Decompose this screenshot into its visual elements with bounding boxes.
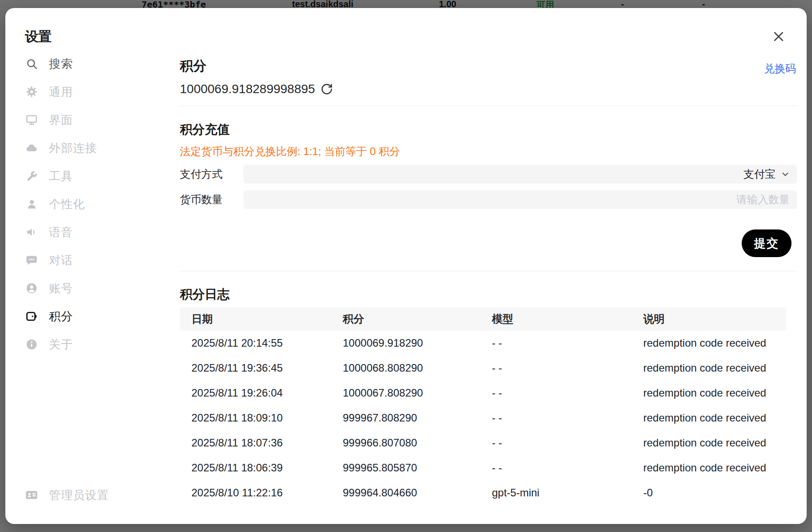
search-icon — [25, 57, 38, 70]
cell-points: 999966.807080 — [331, 437, 480, 449]
sidebar-item-about[interactable]: 关于 — [25, 335, 158, 354]
account-icon — [25, 282, 38, 295]
points-balance-row: 1000069.918289998895 — [180, 82, 334, 96]
sidebar-item-connections[interactable]: 外部连接 — [25, 139, 158, 157]
column-header-date: 日期 — [180, 312, 331, 326]
sidebar-item-voice[interactable]: 语音 — [25, 223, 158, 241]
table-row: 2025/8/11 18:07:36 999966.807080 - - red… — [180, 430, 786, 455]
cell-model: - - — [480, 337, 632, 349]
payment-method-select[interactable]: 支付宝 — [244, 165, 797, 184]
sidebar-item-label: 界面 — [49, 112, 73, 128]
sidebar-item-label: 语音 — [49, 225, 73, 240]
divider — [180, 271, 797, 271]
sidebar-item-label: 外部连接 — [49, 140, 97, 156]
column-header-points: 积分 — [331, 312, 480, 326]
cell-model: - - — [480, 462, 632, 474]
redeem-code-link[interactable]: 兑换码 — [764, 61, 796, 76]
cell-description: redemption code received — [632, 462, 786, 474]
points-heading: 积分 — [180, 57, 207, 75]
wrench-icon — [25, 169, 38, 183]
cell-date: 2025/8/11 18:07:36 — [180, 437, 331, 449]
sidebar-item-points[interactable]: 积分 — [25, 307, 158, 326]
column-header-model: 模型 — [480, 312, 632, 326]
points-log-heading: 积分日志 — [180, 286, 230, 303]
settings-modal: 设置 搜索 — [5, 8, 807, 524]
sidebar-item-admin-settings[interactable]: 管理员设置 — [25, 486, 109, 504]
table-row: 2025/8/11 19:26:04 1000067.808290 - - re… — [180, 381, 786, 405]
exchange-rate-notice: 法定货币与积分兑换比例: 1:1; 当前等于 0 积分 — [180, 144, 400, 159]
page: 7e61****3bfe test.dsaikdsali 1.00 可用 - -… — [0, 0, 812, 532]
wallet-icon — [25, 310, 38, 323]
person-icon — [25, 197, 38, 211]
cell-date: 2025/8/11 18:09:10 — [180, 412, 331, 424]
cell-date: 2025/8/11 19:36:45 — [180, 362, 331, 374]
sidebar-item-search[interactable]: 搜索 — [25, 54, 158, 73]
points-balance: 1000069.918289998895 — [180, 82, 315, 96]
cell-description: redemption code received — [632, 437, 786, 449]
cell-date: 2025/8/11 19:26:04 — [180, 387, 331, 399]
cell-description: -0 — [632, 487, 786, 499]
table-row: 2025/8/11 18:09:10 999967.808290 - - red… — [180, 405, 786, 430]
chat-icon — [25, 254, 38, 267]
table-header-row: 日期 积分 模型 说明 — [180, 307, 786, 331]
gear-icon — [25, 85, 38, 98]
cell-points: 1000067.808290 — [331, 387, 480, 399]
points-log-table: 日期 积分 模型 说明 2025/8/11 20:14:55 1000069.9… — [180, 307, 786, 505]
cell-description: redemption code received — [632, 362, 786, 374]
cell-date: 2025/8/11 20:14:55 — [180, 337, 331, 349]
monitor-icon — [25, 113, 38, 127]
speaker-icon — [25, 225, 38, 239]
modal-title: 设置 — [25, 28, 52, 46]
close-button[interactable] — [772, 28, 790, 45]
table-row: 2025/8/10 11:22:16 999964.804660 gpt-5-m… — [180, 480, 786, 505]
table-row: 2025/8/11 18:06:39 999965.805870 - - red… — [180, 455, 786, 480]
cell-model: - - — [480, 412, 632, 424]
settings-sidebar: 搜索 通用 — [25, 54, 158, 354]
id-card-icon — [25, 488, 38, 502]
divider — [180, 106, 797, 106]
cell-model: - - — [480, 437, 632, 449]
cell-date: 2025/8/11 18:06:39 — [180, 462, 331, 474]
payment-method-label: 支付方式 — [180, 165, 247, 184]
currency-amount-input[interactable] — [244, 190, 797, 209]
cell-points: 1000068.808290 — [331, 362, 480, 374]
cell-points: 999965.805870 — [331, 462, 480, 474]
table-row: 2025/8/11 19:36:45 1000068.808290 - - re… — [180, 356, 786, 381]
sidebar-item-chat[interactable]: 对话 — [25, 251, 158, 270]
refresh-icon — [321, 83, 334, 95]
cell-model: - - — [480, 362, 632, 374]
sidebar-item-label: 管理员设置 — [49, 487, 109, 503]
sidebar-item-interface[interactable]: 界面 — [25, 110, 158, 129]
sidebar-item-label: 账号 — [49, 281, 73, 296]
sidebar-footer: 管理员设置 — [25, 486, 109, 504]
chevron-down-icon — [780, 169, 791, 180]
submit-button[interactable]: 提交 — [742, 229, 792, 257]
sidebar-item-tools[interactable]: 工具 — [25, 167, 158, 185]
sidebar-item-label: 对话 — [49, 253, 73, 268]
sidebar-item-label: 通用 — [49, 84, 73, 100]
sidebar-item-label: 搜索 — [49, 56, 73, 72]
cell-points: 999967.808290 — [331, 412, 480, 424]
table-row: 2025/8/11 20:14:55 1000069.918290 - - re… — [180, 331, 786, 356]
sidebar-item-label: 积分 — [49, 309, 73, 324]
sidebar-item-account[interactable]: 账号 — [25, 279, 158, 298]
sidebar-item-personalization[interactable]: 个性化 — [25, 195, 158, 213]
currency-amount-label: 货币数量 — [180, 190, 247, 209]
recharge-heading: 积分充值 — [180, 121, 230, 138]
cell-description: redemption code received — [632, 387, 786, 399]
cell-model: gpt-5-mini — [480, 487, 632, 499]
cell-date: 2025/8/10 11:22:16 — [180, 487, 331, 499]
cell-description: redemption code received — [632, 412, 786, 424]
sidebar-item-label: 工具 — [49, 168, 73, 184]
sidebar-item-general[interactable]: 通用 — [25, 82, 158, 101]
sidebar-item-label: 关于 — [49, 337, 73, 352]
cell-description: redemption code received — [632, 337, 786, 349]
column-header-description: 说明 — [632, 312, 786, 326]
close-icon — [772, 30, 790, 43]
payment-method-value: 支付宝 — [743, 167, 775, 181]
refresh-balance-button[interactable] — [321, 82, 334, 96]
cell-points: 1000069.918290 — [331, 337, 480, 349]
cell-points: 999964.804660 — [331, 487, 480, 499]
info-icon — [25, 338, 38, 351]
sidebar-item-label: 个性化 — [49, 196, 85, 212]
